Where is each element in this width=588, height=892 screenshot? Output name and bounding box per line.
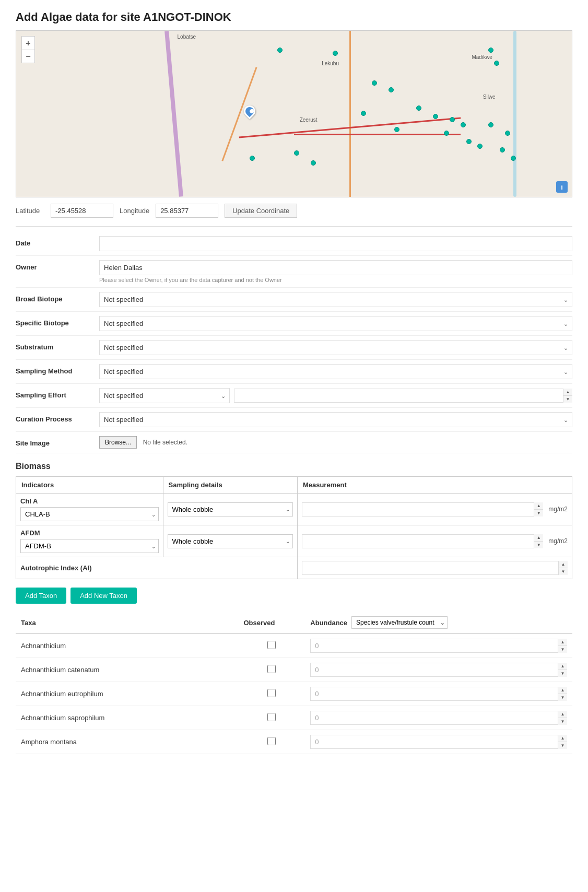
taxa-abundance-input[interactable] <box>310 687 567 701</box>
map-site-dot <box>433 114 438 119</box>
sampling-method-label: Sampling Method <box>16 364 99 375</box>
biomass-section: Biomass Indicators Sampling details Meas… <box>16 462 572 579</box>
taxa-observed-checkbox[interactable] <box>267 737 276 745</box>
taxa-observed-cell <box>238 633 305 658</box>
map-zoom-in-button[interactable]: + <box>21 36 35 50</box>
taxa-spinner-arrows: ▲ ▼ <box>558 687 567 701</box>
taxa-observed-cell <box>238 682 305 706</box>
taxa-observed-checkbox[interactable] <box>267 665 276 673</box>
biomass-afdm-measurement-cell: ▲ ▼ mg/m2 <box>297 525 572 557</box>
action-buttons: Add Taxon Add New Taxon <box>16 588 572 604</box>
longitude-input[interactable] <box>156 204 218 218</box>
abundance-type-select-wrap: Species valve/frustule count Relative ab… <box>351 616 448 629</box>
latitude-input[interactable] <box>51 204 113 218</box>
taxa-observed-checkbox[interactable] <box>267 641 276 649</box>
map-label: Zeerust <box>300 117 317 123</box>
taxa-observed-cell <box>238 658 305 682</box>
biomass-chla-method-wrap: CHLA-B ⌄ <box>20 507 159 521</box>
taxa-name-cell: Achnanthidium catenatum <box>16 658 238 682</box>
taxa-observed-checkbox[interactable] <box>267 713 276 721</box>
abundance-type-select[interactable]: Species valve/frustule count Relative ab… <box>351 616 448 629</box>
owner-input[interactable] <box>99 260 572 275</box>
taxa-abundance-cell: ▲ ▼ <box>305 633 572 658</box>
biomass-chla-sampling-cell: Whole cobble ⌄ <box>163 494 297 525</box>
map-label: Silwe <box>483 94 496 100</box>
taxa-abundance-increment-button[interactable]: ▲ <box>558 663 567 670</box>
biomass-afdm-sampling-select[interactable]: Whole cobble <box>168 534 293 548</box>
taxa-abundance-cell: ▲ ▼ <box>305 706 572 730</box>
taxa-abundance-decrement-button[interactable]: ▼ <box>558 742 567 749</box>
biomass-chla-sampling-select[interactable]: Whole cobble <box>168 502 293 517</box>
taxa-abundance-input[interactable] <box>310 639 567 653</box>
biomass-afdm-measurement-input[interactable] <box>302 534 543 548</box>
taxa-name: Achnanthidium saprophilum <box>21 714 104 722</box>
map-zoom-out-button[interactable]: − <box>21 50 35 63</box>
specific-biotope-select[interactable]: Not specified <box>99 316 572 331</box>
taxa-abundance-decrement-button[interactable]: ▼ <box>558 718 567 725</box>
map-site-dot <box>361 111 366 116</box>
taxa-abundance-increment-button[interactable]: ▲ <box>558 639 567 646</box>
sampling-method-select[interactable]: Not specified <box>99 364 572 379</box>
biomass-chla-measurement-input[interactable] <box>302 502 543 517</box>
map-site-dot <box>477 144 483 149</box>
biomass-chla-method-select[interactable]: CHLA-B <box>20 507 159 521</box>
date-input[interactable] <box>99 236 572 251</box>
site-image-label: Site Image <box>16 436 99 447</box>
taxa-abundance-increment-button[interactable]: ▲ <box>558 687 567 694</box>
taxa-abundance-input[interactable] <box>310 663 567 677</box>
substratum-select[interactable]: Not specified <box>99 340 572 355</box>
taxa-abundance-increment-button[interactable]: ▲ <box>558 711 567 718</box>
biomass-afdm-spinner-arrows: ▲ ▼ <box>534 534 543 548</box>
taxa-name-cell: Achnanthidium <box>16 633 238 658</box>
biomass-row-afdm: AFDM AFDM-B ⌄ Whole cobble <box>16 525 572 557</box>
biomass-ai-decrement-button[interactable]: ▼ <box>559 568 568 575</box>
taxa-section: Taxa Observed Abundance Species valve/fr… <box>16 612 572 754</box>
sampling-effort-row: Sampling Effort Not specified ⌄ ▲ ▼ <box>16 384 572 408</box>
sampling-effort-number-input[interactable] <box>234 389 572 403</box>
biomass-ai-spinner-arrows: ▲ ▼ <box>558 561 568 575</box>
map-info-button[interactable]: i <box>556 181 568 193</box>
biomass-afdm-method-wrap: AFDM-B ⌄ <box>20 539 159 553</box>
map-site-dot <box>494 61 499 66</box>
taxa-abundance-decrement-button[interactable]: ▼ <box>558 670 567 677</box>
specific-biotope-select-wrap: Not specified ⌄ <box>99 316 572 331</box>
biomass-afdm-method-select[interactable]: AFDM-B <box>20 539 159 553</box>
taxa-abundance-input[interactable] <box>310 711 567 725</box>
taxa-spinner-arrows: ▲ ▼ <box>558 711 567 725</box>
biomass-afdm-increment-button[interactable]: ▲ <box>534 534 543 542</box>
biomass-afdm-cell: AFDM AFDM-B ⌄ <box>16 525 163 557</box>
taxa-abundance-wrap: ▲ ▼ <box>310 639 567 653</box>
biomass-col-sampling-details: Sampling details <box>163 477 297 494</box>
add-new-taxon-button[interactable]: Add New Taxon <box>70 588 137 604</box>
date-control <box>99 236 572 251</box>
sampling-effort-increment-button[interactable]: ▲ <box>563 389 572 396</box>
biomass-ai-label-cell: Autotrophic Index (AI) <box>16 557 298 579</box>
taxa-observed-checkbox[interactable] <box>267 689 276 697</box>
taxa-abundance-cell: ▲ ▼ <box>305 658 572 682</box>
curation-process-select[interactable]: Not specified <box>99 412 572 427</box>
broad-biotope-control: Not specified ⌄ <box>99 292 572 307</box>
map-site-dot <box>250 156 255 161</box>
add-taxon-button[interactable]: Add Taxon <box>16 588 66 604</box>
taxa-abundance-decrement-button[interactable]: ▼ <box>558 694 567 701</box>
broad-biotope-select[interactable]: Not specified <box>99 292 572 307</box>
biomass-afdm-spinner-wrap: ▲ ▼ <box>302 534 543 548</box>
browse-file-button[interactable]: Browse... <box>99 436 137 449</box>
taxa-row: Achnanthidium catenatum ▲ ▼ <box>16 658 572 682</box>
page-title: Add Algae data for site A1NGOT-DINOK <box>16 10 572 24</box>
taxa-abundance-decrement-button[interactable]: ▼ <box>558 646 567 653</box>
update-coordinate-button[interactable]: Update Coordinate <box>225 204 297 218</box>
biomass-chla-increment-button[interactable]: ▲ <box>534 502 543 510</box>
taxa-abundance-increment-button[interactable]: ▲ <box>558 735 567 742</box>
taxa-abundance-cell: ▲ ▼ <box>305 730 572 754</box>
sampling-effort-decrement-button[interactable]: ▼ <box>563 396 572 403</box>
taxa-spinner-arrows: ▲ ▼ <box>558 663 567 677</box>
biomass-afdm-decrement-button[interactable]: ▼ <box>534 542 543 548</box>
biomass-ai-increment-button[interactable]: ▲ <box>559 561 568 568</box>
taxa-spinner-arrows: ▲ ▼ <box>558 735 567 749</box>
biomass-ai-measurement-input[interactable] <box>302 561 568 575</box>
taxa-abundance-input[interactable] <box>310 735 567 749</box>
biomass-chla-decrement-button[interactable]: ▼ <box>534 510 543 517</box>
biomass-chla-cell: Chl A CHLA-B ⌄ <box>16 494 163 525</box>
sampling-effort-select[interactable]: Not specified <box>99 388 230 403</box>
